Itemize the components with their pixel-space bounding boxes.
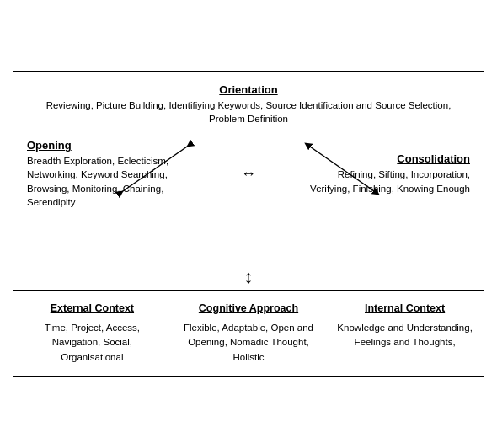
consolidation-text: Refining, Sifting, Incorporation, Verify…: [302, 168, 470, 195]
cognitive-approach-text: Flexible, Adaptable, Open and Opening, N…: [179, 321, 319, 365]
top-box-wrapper: Orientation Reviewing, Picture Building,…: [13, 71, 484, 264]
orientation-section: Orientation Reviewing, Picture Building,…: [27, 83, 470, 125]
opening-title: Opening: [27, 139, 195, 152]
orientation-text: Reviewing, Picture Building, Identifiyin…: [27, 99, 470, 125]
top-box-inner: Orientation Reviewing, Picture Building,…: [27, 83, 470, 209]
top-box: Orientation Reviewing, Picture Building,…: [13, 71, 484, 264]
external-context-text: Time, Project, Access, Navigation, Socia…: [22, 321, 163, 365]
cognitive-approach-title: Cognitive Approach: [179, 302, 319, 314]
opening-section: Opening Breadth Exploration, Eclecticism…: [27, 139, 195, 208]
opening-text: Breadth Exploration, Eclecticism, Networ…: [27, 154, 195, 208]
cognitive-approach-col: Cognitive Approach Flexible, Adaptable, …: [179, 302, 319, 365]
external-context-col: External Context Time, Project, Access, …: [22, 302, 163, 365]
consolidation-section: Consolidation Refining, Sifting, Incorpo…: [302, 152, 470, 195]
consolidation-title: Consolidation: [302, 152, 470, 165]
orientation-title: Orientation: [27, 83, 470, 96]
main-container: Orientation Reviewing, Picture Building,…: [13, 71, 484, 377]
external-context-title: External Context: [22, 302, 163, 314]
bottom-box-inner: External Context Time, Project, Access, …: [22, 302, 475, 365]
internal-context-col: Internal Context Knowledge and Understan…: [334, 302, 475, 365]
internal-context-text: Knowledge and Understanding, Feelings an…: [334, 321, 475, 350]
between-arrow: ↕: [244, 268, 254, 286]
bottom-box: External Context Time, Project, Access, …: [13, 290, 484, 377]
vert-arrow: ↕: [244, 268, 254, 286]
center-arrows: ↔: [195, 165, 302, 183]
horiz-arrow: ↔: [241, 165, 256, 183]
internal-context-title: Internal Context: [334, 302, 475, 314]
middle-row: Opening Breadth Exploration, Eclecticism…: [27, 139, 470, 208]
